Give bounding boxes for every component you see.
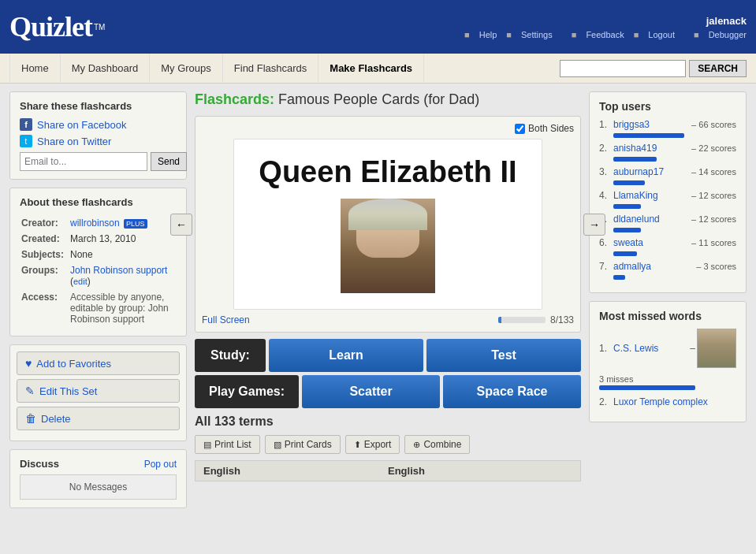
user-bar-row-6 bbox=[599, 251, 736, 256]
nav-groups[interactable]: My Groups bbox=[150, 54, 223, 82]
nav-find-flashcards[interactable]: Find Flashcards bbox=[223, 54, 318, 82]
feedback-link[interactable]: Feedback bbox=[586, 30, 624, 39]
flashcard-set-name: Famous People Cards (for Dad) bbox=[278, 91, 479, 107]
user-bar-6 bbox=[613, 251, 637, 256]
prev-card-button[interactable]: ← bbox=[170, 214, 192, 236]
user-4-name[interactable]: LlamaKing bbox=[613, 190, 691, 201]
pencil-icon: ✎ bbox=[25, 385, 35, 397]
col-english2: English bbox=[388, 465, 572, 477]
cs-lewis-portrait bbox=[697, 329, 736, 368]
print-cards-button[interactable]: ▧ Print Cards bbox=[265, 435, 341, 454]
actions-section: ♥ Add to Favorites ✎ Edit This Set 🗑 Del… bbox=[9, 344, 187, 441]
logo[interactable]: Quizlet TM bbox=[9, 10, 105, 43]
discuss-section: Discuss Pop out No Messages bbox=[9, 449, 187, 508]
debugger-link[interactable]: Debugger bbox=[709, 30, 747, 39]
progress-fill bbox=[498, 317, 501, 323]
nav-dashboard[interactable]: My Dashboard bbox=[61, 54, 151, 82]
header-dot5: ■ bbox=[694, 30, 699, 39]
space-race-button[interactable]: Space Race bbox=[443, 375, 581, 408]
user-bar-3 bbox=[613, 180, 645, 185]
groups-label: Groups: bbox=[21, 263, 69, 288]
missed-words-title: Most missed words bbox=[599, 310, 736, 322]
top-users-section: Top users 1. briggsa3 – 66 scores 2. ani… bbox=[589, 91, 747, 293]
nav-make-flashcards[interactable]: Make Flashcards bbox=[318, 54, 424, 82]
user-bar-row-3 bbox=[599, 180, 736, 185]
edit-set-button[interactable]: ✎ Edit This Set bbox=[17, 379, 180, 403]
print-list-button[interactable]: ▤ Print List bbox=[195, 435, 260, 454]
print-cards-icon: ▧ bbox=[274, 440, 281, 450]
misses-bar-1 bbox=[599, 385, 695, 390]
test-button[interactable]: Test bbox=[426, 339, 581, 372]
center-content: Flashcards: Famous People Cards (for Dad… bbox=[195, 91, 581, 516]
scatter-button[interactable]: Scatter bbox=[302, 375, 440, 408]
send-button[interactable]: Send bbox=[151, 152, 187, 171]
logout-link[interactable]: Logout bbox=[648, 30, 675, 39]
next-card-button[interactable]: → bbox=[583, 214, 605, 236]
both-sides-checkbox[interactable] bbox=[515, 124, 525, 134]
terms-table-header: English English bbox=[195, 460, 581, 481]
edit-link[interactable]: edit bbox=[73, 277, 88, 286]
left-sidebar: Share these flashcards f Share on Facebo… bbox=[9, 91, 187, 516]
right-sidebar: Top users 1. briggsa3 – 66 scores 2. ani… bbox=[589, 91, 747, 516]
study-label: Study: bbox=[195, 339, 266, 372]
help-link[interactable]: Help bbox=[479, 30, 497, 39]
export-label: Export bbox=[364, 439, 392, 450]
facebook-share-link[interactable]: f Share on Facebook bbox=[20, 118, 177, 131]
flashcard-area: Both Sides ← Queen Elizabeth II → Full S… bbox=[195, 116, 581, 333]
export-button[interactable]: ⬆ Export bbox=[345, 435, 400, 454]
pop-out-link[interactable]: Pop out bbox=[144, 459, 177, 470]
user-bar-2 bbox=[613, 157, 657, 162]
card-wrapper: ← Queen Elizabeth II → bbox=[202, 139, 574, 310]
print-cards-label: Print Cards bbox=[285, 439, 332, 450]
top-user-row-3: 3. auburnap17 – 14 scores bbox=[599, 166, 736, 177]
missed-name-2[interactable]: Luxor Temple complex bbox=[613, 396, 736, 407]
combine-button[interactable]: ⊕ Combine bbox=[404, 435, 470, 454]
creator-link[interactable]: willrobinson bbox=[70, 218, 120, 229]
card-counter: 8/133 bbox=[550, 314, 574, 325]
nav-home[interactable]: Home bbox=[9, 54, 61, 82]
learn-button[interactable]: Learn bbox=[269, 339, 423, 372]
user-5-name[interactable]: dldanelund bbox=[613, 214, 691, 225]
plus-badge: PLUS bbox=[124, 219, 147, 229]
export-icon: ⬆ bbox=[354, 440, 361, 450]
user-1-name[interactable]: briggsa3 bbox=[613, 119, 691, 130]
user-6-name[interactable]: sweata bbox=[613, 237, 691, 248]
user-4-score: – 12 scores bbox=[691, 191, 736, 200]
logo-tm: TM bbox=[94, 23, 105, 32]
rank-7: 7. bbox=[599, 261, 613, 272]
user-1-score: – 66 scores bbox=[691, 120, 736, 129]
user-bar-7 bbox=[613, 275, 625, 280]
access-value: Accessible by anyone, editable by group:… bbox=[70, 290, 175, 326]
delete-button[interactable]: 🗑 Delete bbox=[17, 407, 180, 430]
terms-section: All 133 terms ▤ Print List ▧ Print Cards… bbox=[195, 415, 581, 481]
no-messages: No Messages bbox=[20, 474, 177, 500]
both-sides-label: Both Sides bbox=[528, 123, 574, 134]
trash-icon: 🗑 bbox=[25, 412, 36, 425]
header-dot1: ■ bbox=[464, 30, 470, 39]
rank-6: 6. bbox=[599, 237, 613, 248]
settings-link[interactable]: Settings bbox=[521, 30, 553, 39]
search-button[interactable]: SEARCH bbox=[689, 60, 747, 77]
missed-name-1[interactable]: C.S. Lewis bbox=[613, 343, 688, 354]
user-2-name[interactable]: anisha419 bbox=[613, 143, 691, 154]
header-dot4: ■ bbox=[634, 30, 639, 39]
print-list-label: Print List bbox=[214, 439, 251, 450]
study-row: Study: Learn Test bbox=[195, 339, 581, 372]
twitter-share-link[interactable]: t Share on Twitter bbox=[20, 135, 177, 147]
search-input[interactable] bbox=[560, 60, 686, 77]
terms-header: All 133 terms bbox=[195, 415, 581, 429]
email-input[interactable] bbox=[20, 152, 147, 171]
main-layout: Share these flashcards f Share on Facebo… bbox=[0, 84, 756, 524]
fullscreen-link[interactable]: Full Screen bbox=[202, 314, 250, 325]
user-3-name[interactable]: auburnap17 bbox=[613, 166, 691, 177]
groups-link[interactable]: John Robinson support bbox=[70, 265, 167, 276]
user-5-score: – 12 scores bbox=[691, 214, 736, 224]
edit-set-label: Edit This Set bbox=[39, 385, 97, 397]
twitter-icon: t bbox=[20, 135, 32, 147]
user-7-name[interactable]: admallya bbox=[613, 261, 696, 272]
header-right: jalenack ■ Help ■ Settings ■ Feedback ■ … bbox=[464, 15, 747, 39]
games-row: Play Games: Scatter Space Race bbox=[195, 375, 581, 408]
missed-word-row-2: 2. Luxor Temple complex bbox=[599, 396, 736, 407]
favorites-button[interactable]: ♥ Add to Favorites bbox=[17, 351, 180, 375]
misses-text-1: 3 misses bbox=[599, 374, 736, 384]
